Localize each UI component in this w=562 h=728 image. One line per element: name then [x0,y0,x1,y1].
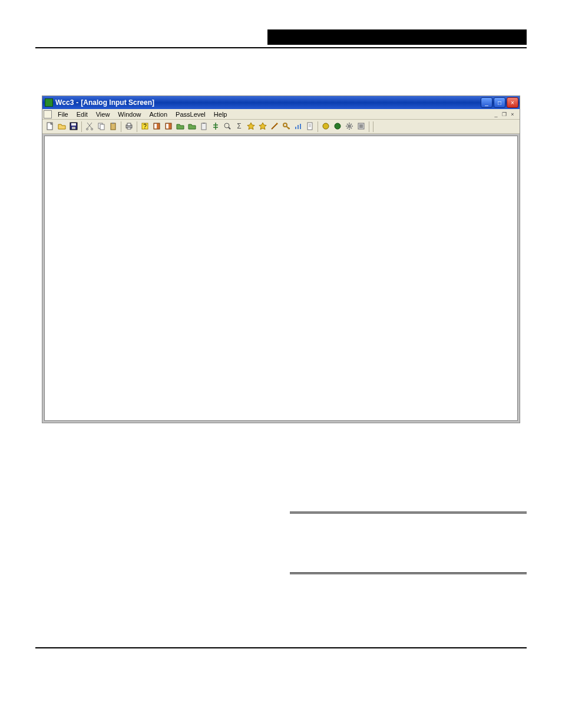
svg-point-30 [348,124,351,128]
paste-button[interactable] [108,121,118,132]
maximize-icon: □ [498,100,501,106]
book1-icon [153,122,161,131]
toolbar: ?Σ [42,120,520,134]
sigma-icon: Σ [235,122,243,131]
wand-icon [270,122,279,131]
cfg-icon [357,122,365,131]
titlebar-subtitle: [Analog Input Screen] [81,98,154,107]
svg-point-28 [323,123,329,129]
svg-rect-2 [71,123,76,126]
ball1-icon [322,122,330,131]
mdi-window-buttons: _ ❐ × [492,111,518,117]
ball2-icon [333,122,342,131]
svg-rect-19 [201,123,206,130]
double-rule-2 [290,572,527,574]
titlebar-app: Wcc3 [55,98,74,107]
paste-icon [109,122,117,131]
doc-button[interactable] [305,121,315,132]
menu-action[interactable]: Action [146,110,171,118]
svg-rect-3 [72,127,75,129]
svg-rect-8 [111,123,115,130]
app-icon [45,98,53,107]
copy-button[interactable] [96,121,107,132]
menu-edit[interactable]: Edit [73,110,91,118]
svg-rect-9 [112,123,114,124]
toolbar-separator [121,121,121,132]
mdi-restore-button[interactable]: ❐ [501,111,508,117]
chart-button[interactable] [293,121,303,132]
find-icon [223,122,232,131]
menubar: File Edit View Window Action PassLevel H… [42,109,520,120]
menu-file[interactable]: File [54,110,72,118]
save-button[interactable] [68,121,79,132]
lower-left-column [35,494,272,612]
help-button[interactable]: ? [140,121,150,132]
star1-button[interactable] [246,121,256,132]
app-window: Wcc3 - [Analog Input Screen] _ □ × File … [42,95,520,423]
tree-icon [211,122,220,131]
svg-rect-24 [295,127,296,129]
svg-text:?: ? [143,123,147,130]
menu-view[interactable]: View [92,110,114,118]
menu-window[interactable]: Window [114,110,144,118]
svg-point-4 [87,128,88,130]
sigma-button[interactable]: Σ [234,121,244,132]
mdi-minimize-button[interactable]: _ [492,111,500,117]
toolbar-separator [369,121,369,132]
svg-rect-11 [127,123,131,126]
svg-rect-25 [297,125,299,129]
star2-icon [259,122,267,131]
book2-icon [164,122,173,131]
content-area [42,134,520,423]
menu-help[interactable]: Help [210,110,231,118]
new-button[interactable] [45,121,55,132]
book1-button[interactable] [151,121,162,132]
header-black-bar [267,29,527,45]
star1-icon [247,122,255,131]
toolbar-separator [318,121,318,132]
svg-rect-16 [154,124,157,129]
maximize-button[interactable]: □ [494,97,505,108]
wand-button[interactable] [269,121,280,132]
menu-passlevel[interactable]: PassLevel [172,110,209,118]
book2-button[interactable] [163,121,174,132]
folder2-icon [188,122,196,131]
mdi-close-button[interactable]: × [509,111,516,117]
star2-button[interactable] [257,121,268,132]
svg-point-29 [335,123,340,129]
new-icon [46,122,54,131]
save-icon [70,122,78,131]
ball1-button[interactable] [320,121,331,132]
svg-point-21 [224,123,229,128]
svg-rect-20 [203,123,205,124]
cfg-button[interactable] [356,121,366,132]
svg-point-5 [91,128,93,130]
svg-text:Σ: Σ [237,122,241,130]
double-rule-1 [290,512,527,513]
find-button[interactable] [222,121,233,132]
cut-button[interactable] [84,121,95,132]
key-button[interactable] [281,121,292,132]
ball2-button[interactable] [332,121,343,132]
svg-rect-27 [308,123,312,130]
chart-icon [294,122,302,131]
copy-icon [97,122,105,131]
clipboard-button[interactable] [199,121,209,132]
tree-button[interactable] [210,121,221,132]
folder2-button[interactable] [187,121,197,132]
folder1-button[interactable] [175,121,186,132]
open-button[interactable] [57,121,67,132]
svg-rect-12 [127,127,131,129]
toolbar-separator [137,121,137,132]
print-button[interactable] [124,121,134,132]
svg-rect-26 [300,124,301,129]
toolbar-end-divider [373,121,373,132]
titlebar-sep: - [76,98,78,107]
toolbar-separator [81,121,82,132]
gear-button[interactable] [344,121,355,132]
minimize-button[interactable]: _ [481,97,492,108]
help-icon: ? [141,122,149,131]
close-button[interactable]: × [507,97,518,108]
doc-icon [306,122,314,131]
folder1-icon [176,122,184,131]
